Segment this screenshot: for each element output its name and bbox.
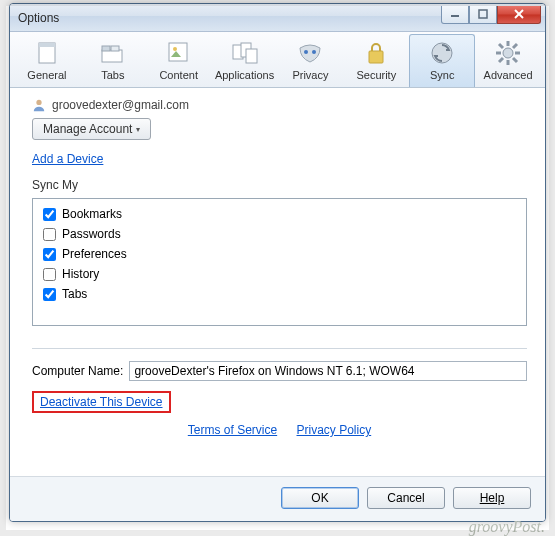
dialog-buttons: OK Cancel Help (10, 476, 545, 521)
window-icon (36, 41, 58, 65)
tabs-icon (100, 42, 126, 64)
tab-content[interactable]: Content (146, 34, 212, 87)
sync-bookmarks[interactable]: Bookmarks (43, 207, 516, 221)
check-label: History (62, 267, 99, 281)
tab-label: Content (149, 69, 209, 81)
content-icon (167, 41, 191, 65)
cancel-button[interactable]: Cancel (367, 487, 445, 509)
svg-line-25 (513, 44, 517, 48)
manage-account-label: Manage Account (43, 122, 132, 136)
tab-label: Advanced (478, 69, 538, 81)
deactivate-highlight: Deactivate This Device (32, 391, 171, 413)
tab-advanced[interactable]: Advanced (475, 34, 541, 87)
close-button[interactable] (497, 6, 541, 24)
tab-label: Sync (412, 69, 472, 81)
svg-line-23 (499, 44, 503, 48)
tab-applications[interactable]: Applications (212, 34, 278, 87)
check-label: Preferences (62, 247, 127, 261)
footer-links: Terms of Service Privacy Policy (32, 423, 527, 437)
applications-icon (232, 41, 258, 65)
tab-general[interactable]: General (14, 34, 80, 87)
checkbox[interactable] (43, 288, 56, 301)
help-label: Help (480, 491, 505, 505)
check-label: Tabs (62, 287, 87, 301)
tab-label: Privacy (281, 69, 341, 81)
deactivate-device-link[interactable]: Deactivate This Device (40, 395, 163, 409)
manage-account-button[interactable]: Manage Account ▾ (32, 118, 151, 140)
svg-rect-5 (39, 43, 55, 47)
tab-label: Tabs (83, 69, 143, 81)
svg-point-15 (312, 50, 316, 54)
svg-point-10 (173, 47, 177, 51)
sync-tabs[interactable]: Tabs (43, 287, 516, 301)
titlebar: Options (10, 4, 545, 32)
sync-history[interactable]: History (43, 267, 516, 281)
ok-button[interactable]: OK (281, 487, 359, 509)
svg-rect-1 (479, 10, 487, 18)
svg-point-18 (503, 48, 513, 58)
gear-icon (495, 40, 521, 66)
chevron-down-icon: ▾ (136, 125, 140, 134)
sync-list: Bookmarks Passwords Preferences History … (32, 198, 527, 326)
maximize-icon (478, 9, 488, 19)
terms-of-service-link[interactable]: Terms of Service (188, 423, 277, 437)
add-device-link[interactable]: Add a Device (32, 152, 103, 166)
minimize-icon (450, 9, 460, 19)
svg-rect-8 (111, 46, 119, 51)
tab-tabs[interactable]: Tabs (80, 34, 146, 87)
category-toolbar: General Tabs Content Applications Privac… (10, 32, 545, 88)
tab-security[interactable]: Security (343, 34, 409, 87)
tab-label: Applications (215, 69, 275, 81)
options-dialog: Options General Tabs (9, 3, 546, 522)
svg-rect-6 (102, 50, 122, 62)
sync-icon (429, 40, 455, 66)
check-label: Bookmarks (62, 207, 122, 221)
tab-label: Security (346, 69, 406, 81)
privacy-policy-link[interactable]: Privacy Policy (297, 423, 372, 437)
user-icon (32, 98, 46, 112)
sync-heading: Sync My (32, 178, 527, 192)
checkbox[interactable] (43, 248, 56, 261)
tab-label: General (17, 69, 77, 81)
checkbox[interactable] (43, 228, 56, 241)
check-label: Passwords (62, 227, 121, 241)
svg-rect-13 (246, 49, 257, 63)
help-button[interactable]: Help (453, 487, 531, 509)
svg-line-26 (499, 58, 503, 62)
mask-icon (297, 42, 323, 64)
svg-rect-16 (369, 51, 383, 63)
tab-privacy[interactable]: Privacy (278, 34, 344, 87)
close-icon (513, 8, 525, 20)
divider (32, 348, 527, 349)
account-row: groovedexter@gmail.com (32, 98, 527, 112)
window-title: Options (18, 11, 441, 25)
minimize-button[interactable] (441, 6, 469, 24)
computer-name-label: Computer Name: (32, 364, 123, 378)
svg-line-24 (513, 58, 517, 62)
svg-point-27 (36, 100, 41, 105)
svg-rect-9 (169, 43, 187, 61)
maximize-button[interactable] (469, 6, 497, 24)
computer-name-input[interactable] (129, 361, 527, 381)
tab-sync[interactable]: Sync (409, 34, 475, 87)
sync-passwords[interactable]: Passwords (43, 227, 516, 241)
lock-icon (365, 41, 387, 65)
svg-rect-7 (102, 46, 110, 51)
checkbox[interactable] (43, 208, 56, 221)
sync-preferences[interactable]: Preferences (43, 247, 516, 261)
svg-point-14 (304, 50, 308, 54)
checkbox[interactable] (43, 268, 56, 281)
account-email: groovedexter@gmail.com (52, 98, 189, 112)
